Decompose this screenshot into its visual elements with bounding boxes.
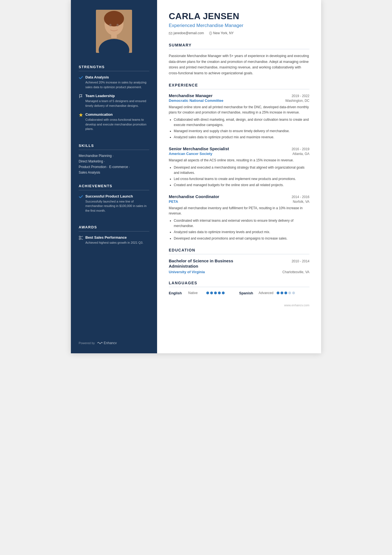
edu-dates-1: 2010 - 2014 — [292, 259, 309, 263]
resume-container: STRENGTHS Data Analysis Achieved 20% inc… — [71, 0, 321, 353]
lang-dot-s3 — [284, 292, 287, 294]
strength-desc-2: Managed a team of 5 designers and ensure… — [85, 99, 149, 108]
exp-header-2: Senior Merchandise Specialist 2016 - 201… — [169, 146, 309, 151]
exp-bullets-3: Coordinated with internal teams and exte… — [169, 218, 309, 241]
exp-dates-2: 2016 - 2019 — [292, 147, 309, 151]
exp-bullet-1-2: Managed inventory and supply chain to en… — [174, 129, 309, 134]
lang-dots-english — [206, 292, 225, 294]
summary-text: Passionate Merchandise Manager with 5+ y… — [169, 53, 309, 76]
check-icon-achievement — [79, 194, 83, 200]
achievement-desc-1: Successfully launched a new line of merc… — [85, 199, 149, 213]
language-spanish: Spanish Advanced — [239, 291, 309, 295]
photo-area — [71, 0, 157, 60]
exp-role-2: Senior Merchandise Specialist — [169, 146, 229, 151]
sidebar-footer: Powered by Enhancv — [71, 336, 157, 345]
skill-item-2: Direct Marketing · — [79, 159, 149, 163]
strength-desc-3: Collaborated with cross-functional teams… — [85, 117, 149, 131]
skill-item-1: Merchandise Planning · — [79, 154, 149, 158]
exp-header-1: Merchandise Manager 2019 - 2022 — [169, 93, 309, 98]
awards-section: AWARDS Best Sales Performance Achieved h… — [71, 220, 157, 252]
award-title-1: Best Sales Performance — [85, 235, 143, 240]
award-desc-1: Achieved highest sales growth in 2021 Q3… — [85, 240, 143, 245]
lang-dot-s4 — [288, 292, 291, 294]
main-footer: www.enhancv.com — [169, 304, 309, 307]
exp-bullet-2-2: Led cross-functional teams to create and… — [174, 176, 309, 182]
powered-by-label: Powered by — [79, 341, 95, 345]
exp-desc-2: Managed all aspects of the ACS online st… — [169, 158, 309, 163]
lang-dot-1 — [206, 292, 209, 294]
star-icon — [79, 113, 83, 118]
edu-header-1: Bachelor of Science in Business Administ… — [169, 258, 309, 269]
strength-item-3: Communication Collaborated with cross-fu… — [79, 112, 149, 131]
lang-dots-spanish — [277, 292, 295, 294]
strength-item-2: Team Leadership Managed a team of 5 desi… — [79, 94, 149, 108]
location-icon — [209, 31, 212, 35]
achievements-section: ACHIEVEMENTS Successful Product Launch S… — [71, 179, 157, 220]
strengths-title: STRENGTHS — [79, 65, 149, 71]
candidate-name: CARLA JENSEN — [169, 11, 309, 21]
svg-point-2 — [104, 11, 124, 26]
enhancv-logo: Enhancv — [97, 341, 117, 345]
achievement-title-1: Successful Product Launch — [85, 194, 149, 198]
exp-location-2: Atlanta, GA — [292, 152, 309, 156]
enhancv-brand: Enhancv — [104, 341, 117, 345]
svg-rect-4 — [111, 32, 117, 38]
exp-bullet-2-1: Developed and executed a merchandising s… — [174, 165, 309, 176]
scissors-icon — [79, 236, 83, 241]
svg-marker-7 — [79, 113, 83, 117]
exp-bullet-1-3: Analyzed sales data to optimize product … — [174, 135, 309, 140]
strength-title-1: Data Analysis — [85, 75, 149, 79]
experience-entry-3: Merchandise Coordinator 2014 - 2016 PETA… — [169, 194, 309, 241]
svg-line-10 — [81, 236, 83, 237]
experience-section-title: EXPERIENCE — [169, 83, 309, 89]
exp-bullets-1: Collaborated with direct marketing, emai… — [169, 117, 309, 140]
exp-dates-1: 2019 - 2022 — [292, 94, 309, 98]
svg-rect-12 — [169, 32, 172, 34]
exp-role-1: Merchandise Manager — [169, 93, 213, 98]
svg-point-8 — [79, 236, 81, 238]
lang-dot-2 — [210, 292, 213, 294]
lang-dot-s5 — [292, 292, 295, 294]
exp-org-row-3: PETA Norfolk, VA — [169, 199, 309, 204]
lang-level-english: Native — [188, 291, 204, 295]
email-icon — [169, 31, 172, 35]
footer-url: www.enhancv.com — [284, 304, 309, 307]
svg-point-5 — [109, 24, 111, 26]
location-contact: New York, NY — [209, 31, 234, 35]
skill-item-4: Sales Analysis — [79, 171, 149, 174]
lang-dot-s2 — [281, 292, 283, 294]
edu-degree-1: Bachelor of Science in Business Administ… — [169, 258, 260, 269]
svg-point-9 — [79, 238, 81, 240]
exp-org-3: PETA — [169, 199, 178, 204]
skill-item-3: Product Promotion · E-commerce · — [79, 165, 149, 169]
experience-entry-1: Merchandise Manager 2019 - 2022 Democrat… — [169, 93, 309, 140]
exp-bullet-3-3: Developed and executed promotions and em… — [174, 236, 309, 241]
lang-name-spanish: Spanish — [239, 291, 256, 295]
exp-bullets-2: Developed and executed a merchandising s… — [169, 165, 309, 188]
lang-name-english: English — [169, 291, 185, 295]
exp-location-1: Washington, DC — [285, 99, 309, 103]
exp-bullet-3-1: Coordinated with internal teams and exte… — [174, 218, 309, 229]
awards-title: AWARDS — [79, 225, 149, 231]
experience-entry-2: Senior Merchandise Specialist 2016 - 201… — [169, 146, 309, 188]
exp-bullet-1-1: Collaborated with direct marketing, emai… — [174, 117, 309, 128]
sidebar: STRENGTHS Data Analysis Achieved 20% inc… — [71, 0, 157, 353]
exp-desc-1: Managed online store and all printed mer… — [169, 105, 309, 115]
email-value: janedoe@email.com — [173, 31, 204, 35]
profile-photo — [96, 10, 132, 53]
lang-dot-4 — [218, 292, 221, 294]
exp-role-3: Merchandise Coordinator — [169, 194, 219, 199]
languages-section-title: LANGUAGES — [169, 281, 309, 287]
svg-point-6 — [116, 24, 119, 26]
achievement-item-1: Successful Product Launch Successfully l… — [79, 194, 149, 213]
language-english: English Native — [169, 291, 239, 295]
exp-org-2: American Cancer Society — [169, 152, 212, 156]
svg-point-13 — [210, 33, 211, 33]
exp-header-3: Merchandise Coordinator 2014 - 2016 — [169, 194, 309, 199]
exp-desc-3: Managed all merchandise inventory and fu… — [169, 206, 309, 216]
strength-desc-1: Achieved 20% increase in sales by analyz… — [85, 80, 149, 89]
skills-section: SKILLS Merchandise Planning · Direct Mar… — [71, 139, 157, 179]
exp-dates-3: 2014 - 2016 — [292, 195, 309, 199]
strengths-section: STRENGTHS Data Analysis Achieved 20% inc… — [71, 60, 157, 139]
check-icon-1 — [79, 75, 83, 81]
